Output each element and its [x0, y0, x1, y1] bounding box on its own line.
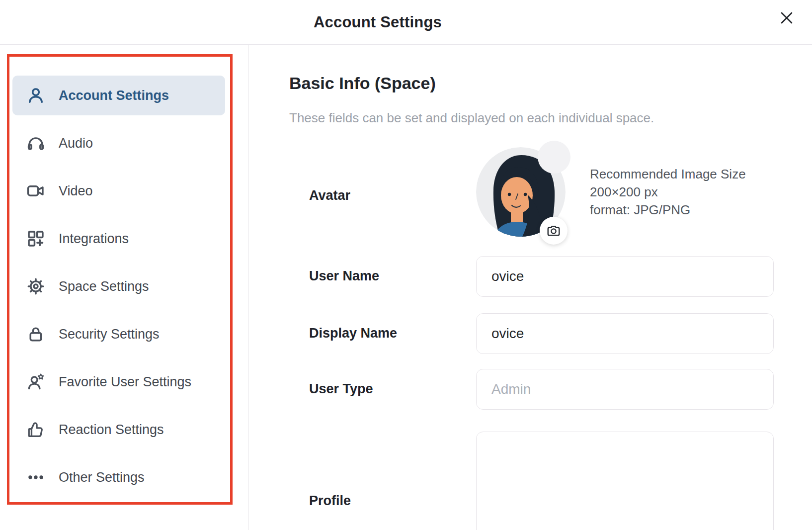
sidebar-item-security-settings[interactable]: Security Settings [12, 314, 225, 354]
section-title: Basic Info (Space) [289, 74, 436, 93]
display-name-input[interactable] [476, 313, 774, 354]
user-name-input[interactable] [476, 256, 774, 297]
sidebar-item-label: Audio [59, 136, 93, 151]
sidebar-item-label: Integrations [59, 231, 129, 247]
sidebar-item-reaction-settings[interactable]: Reaction Settings [12, 410, 225, 449]
user-name-label: User Name [309, 268, 379, 284]
sidebar-item-label: Other Settings [59, 470, 145, 485]
avatar-hint-line: format: JPG/PNG [590, 201, 746, 219]
sidebar-item-label: Favorite User Settings [59, 374, 191, 390]
sidebar-item-other-settings[interactable]: Other Settings [12, 457, 225, 497]
integrations-grid-plus-icon [26, 229, 45, 248]
display-name-label: Display Name [309, 326, 397, 341]
dialog-header: Account Settings [0, 0, 812, 45]
account-settings-dialog: Account Settings Account Settings [0, 0, 812, 530]
sidebar-item-label: Security Settings [59, 327, 160, 342]
sidebar-item-label: Space Settings [59, 279, 149, 294]
avatar-hint-line: 200×200 px [590, 183, 746, 201]
sidebar-item-label: Account Settings [59, 88, 169, 103]
lock-icon [26, 325, 45, 344]
section-subtitle: These fields can be set and displayed on… [289, 110, 654, 126]
close-icon [777, 8, 796, 27]
sidebar-item-audio[interactable]: Audio [12, 123, 225, 163]
avatar-hint-line: Recommended Image Size [590, 165, 746, 183]
camera-icon [546, 223, 561, 238]
sidebar-nav: Account Settings Audio [12, 76, 225, 505]
video-camera-icon [26, 181, 45, 200]
headphones-icon [26, 134, 45, 153]
sidebar-item-account-settings[interactable]: Account Settings [12, 76, 225, 115]
change-avatar-button[interactable] [540, 217, 568, 245]
ellipsis-icon [26, 468, 45, 487]
sidebar-item-label: Reaction Settings [59, 422, 164, 438]
profile-label: Profile [309, 493, 351, 509]
sidebar-item-label: Video [59, 183, 93, 199]
avatar-badge-circle [538, 141, 570, 174]
user-icon [26, 86, 45, 105]
close-button[interactable] [775, 6, 798, 29]
user-star-icon [26, 372, 45, 391]
profile-textarea[interactable] [476, 432, 774, 530]
sidebar-item-video[interactable]: Video [12, 171, 225, 211]
sidebar-item-favorite-user-settings[interactable]: Favorite User Settings [12, 362, 225, 402]
thumbs-up-icon [26, 420, 45, 439]
user-type-label: User Type [309, 381, 373, 397]
gear-icon [26, 277, 45, 296]
user-type-input[interactable] [476, 369, 774, 410]
avatar-label: Avatar [309, 188, 350, 203]
sidebar-item-integrations[interactable]: Integrations [12, 219, 225, 259]
avatar-hint: Recommended Image Size 200×200 px format… [590, 165, 746, 219]
basic-info-panel: Basic Info (Space) These fields can be s… [249, 45, 812, 530]
settings-sidebar: Account Settings Audio [0, 45, 249, 530]
dialog-title: Account Settings [0, 0, 755, 44]
sidebar-item-space-settings[interactable]: Space Settings [12, 266, 225, 306]
